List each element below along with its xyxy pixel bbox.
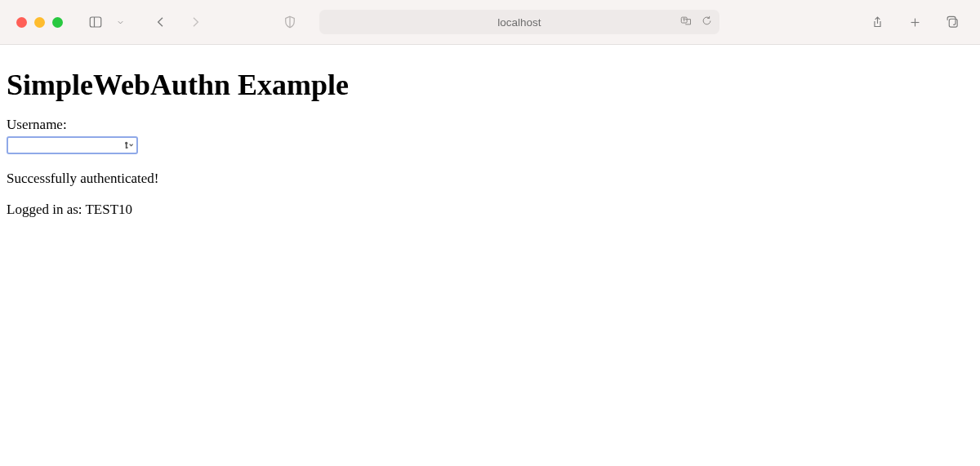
auth-status-message: Successfully authenticated! (7, 171, 973, 187)
minimize-window-button[interactable] (34, 17, 45, 28)
address-bar[interactable]: localhost (319, 10, 719, 34)
sidebar-toggle-group (84, 11, 131, 33)
navigation-arrows (149, 11, 207, 33)
fullscreen-window-button[interactable] (52, 17, 63, 28)
chevron-down-icon[interactable] (109, 11, 131, 33)
svg-rect-7 (949, 19, 957, 27)
logged-in-line: Logged in as: TEST10 (7, 202, 973, 218)
page-body: SimpleWebAuthn Example Username: Success… (0, 45, 980, 224)
page-title: SimpleWebAuthn Example (7, 68, 973, 102)
right-toolbar (866, 11, 964, 33)
privacy-shield-icon[interactable] (278, 11, 301, 33)
window-controls (16, 17, 63, 28)
username-field-wrap (7, 136, 138, 154)
address-bar-text: localhost (497, 16, 541, 29)
forward-button[interactable] (184, 11, 207, 33)
logged-in-prefix: Logged in as: (7, 202, 85, 217)
svg-rect-10 (126, 147, 128, 148)
close-window-button[interactable] (16, 17, 27, 28)
username-label: Username: (7, 117, 973, 133)
svg-rect-0 (90, 17, 101, 27)
tabs-overview-icon[interactable] (941, 11, 964, 33)
logged-in-user: TEST10 (85, 202, 132, 217)
keychain-autofill-icon[interactable] (122, 140, 136, 151)
reload-icon[interactable] (701, 15, 713, 29)
back-button[interactable] (149, 11, 172, 33)
address-bar-right-icons (680, 15, 713, 29)
sidebar-icon[interactable] (84, 11, 107, 33)
username-input[interactable] (7, 136, 138, 154)
translate-icon[interactable] (680, 15, 693, 29)
share-icon[interactable] (866, 11, 889, 33)
new-tab-icon[interactable] (903, 11, 926, 33)
browser-toolbar: localhost (0, 0, 980, 45)
